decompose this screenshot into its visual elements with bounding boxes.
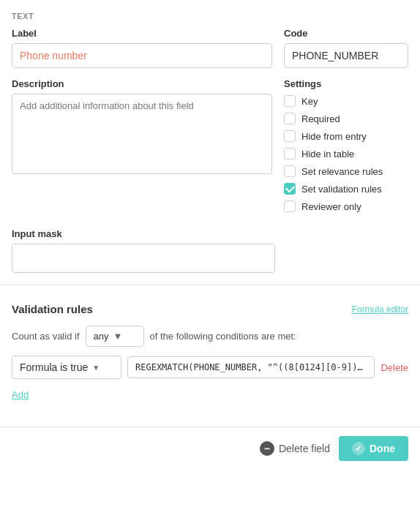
- done-button[interactable]: ✓ Done: [339, 436, 408, 461]
- rule-type-arrow-icon: ▼: [92, 364, 100, 372]
- field-type-tag: TEXT: [12, 12, 408, 20]
- label-field-label: Label: [12, 28, 272, 39]
- formula-editor-link[interactable]: Formula editor: [352, 304, 408, 315]
- checkbox-hide-from-entry[interactable]: [284, 130, 296, 142]
- done-check-icon: ✓: [352, 442, 365, 455]
- checkbox-label-set-validation-rules: Set validation rules: [301, 184, 382, 195]
- settings-title: Settings: [284, 78, 408, 89]
- rule-type-dropdown[interactable]: Formula is true ▼: [12, 356, 121, 379]
- checkbox-label-set-relevance-rules: Set relevance rules: [301, 166, 383, 177]
- rule-delete-link[interactable]: Delete: [380, 362, 408, 373]
- validation-title: Validation rules: [12, 303, 93, 315]
- checkbox-reviewer-only[interactable]: [284, 200, 296, 212]
- checkbox-row-set-validation-rules[interactable]: Set validation rules: [284, 183, 408, 195]
- delete-circle-icon: −: [260, 441, 274, 456]
- checkbox-row-set-relevance-rules[interactable]: Set relevance rules: [284, 165, 408, 177]
- count-valid-value: any: [94, 331, 109, 342]
- section-divider: [0, 285, 420, 285]
- description-textarea[interactable]: [12, 94, 272, 174]
- checkbox-label-hide-from-entry: Hide from entry: [301, 131, 367, 142]
- count-prefix: Count as valid if: [12, 331, 80, 342]
- checkbox-key[interactable]: [284, 95, 296, 107]
- footer-bar: − Delete field ✓ Done: [0, 427, 420, 470]
- code-input[interactable]: [284, 43, 408, 68]
- checkbox-set-relevance-rules[interactable]: [284, 165, 296, 177]
- label-input[interactable]: [12, 43, 272, 68]
- add-rule-link[interactable]: Add: [12, 389, 29, 400]
- rule-type-label: Formula is true: [20, 361, 88, 373]
- checkbox-row-reviewer-only[interactable]: Reviewer only: [284, 200, 408, 212]
- input-mask-label: Input mask: [12, 228, 408, 239]
- checkbox-label-key: Key: [301, 96, 318, 107]
- checkbox-label-required: Required: [301, 113, 340, 124]
- checkbox-required[interactable]: [284, 113, 296, 124]
- code-field-label: Code: [284, 28, 408, 39]
- input-mask-field[interactable]: [12, 244, 275, 273]
- checkbox-hide-in-table[interactable]: [284, 148, 296, 160]
- checkbox-row-hide-from-entry[interactable]: Hide from entry: [284, 130, 408, 142]
- rule-row: Formula is true ▼ Delete: [12, 356, 408, 379]
- delete-field-label: Delete field: [279, 443, 330, 454]
- count-suffix: of the following conditions are met:: [150, 331, 296, 342]
- rule-value-input[interactable]: [127, 356, 375, 378]
- done-label: Done: [370, 443, 395, 454]
- count-valid-arrow-icon: ▼: [113, 331, 122, 342]
- checkbox-row-required[interactable]: Required: [284, 113, 408, 124]
- count-valid-dropdown[interactable]: any ▼: [86, 326, 144, 347]
- delete-field-button[interactable]: − Delete field: [260, 441, 330, 456]
- checkbox-row-key[interactable]: Key: [284, 95, 408, 107]
- description-label: Description: [12, 78, 272, 89]
- checkbox-set-validation-rules[interactable]: [284, 183, 296, 195]
- checkbox-label-hide-in-table: Hide in table: [301, 149, 354, 160]
- checkbox-row-hide-in-table[interactable]: Hide in table: [284, 148, 408, 160]
- checkbox-label-reviewer-only: Reviewer only: [301, 201, 361, 212]
